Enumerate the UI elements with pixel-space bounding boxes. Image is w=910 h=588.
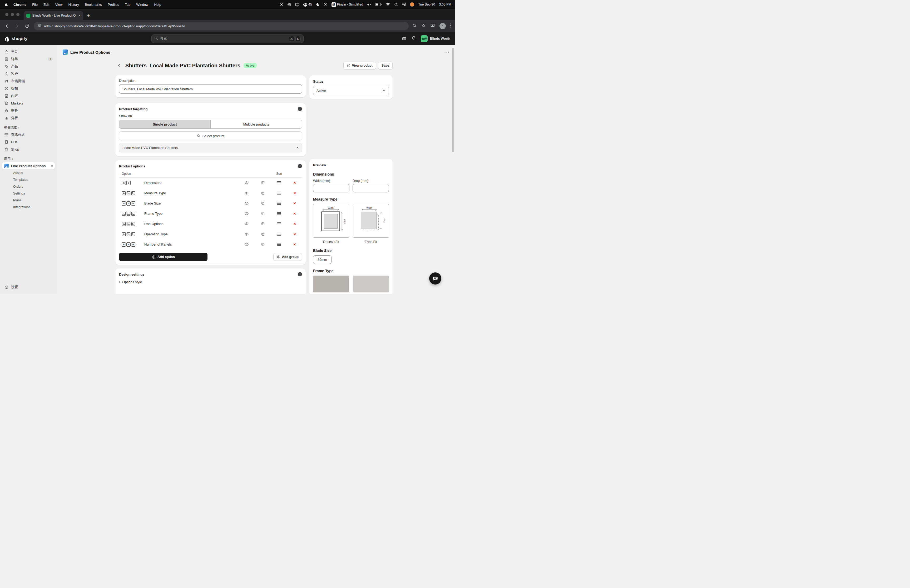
drag-handle-icon[interactable] [271,212,287,215]
drag-handle-icon[interactable] [271,233,287,236]
menubar-item-file[interactable]: File [32,3,38,6]
sidebar-item-markets[interactable]: Markets [2,100,55,107]
drag-handle-icon[interactable] [271,181,287,184]
sidebar-item-content[interactable]: 内容 [2,92,55,100]
tab-close-icon[interactable]: × [78,13,81,18]
admin-search-bar[interactable]: 搜索 ⌘ K [151,34,304,43]
sidebar-item-shop[interactable]: Shop [2,145,55,153]
status-select[interactable]: Active [313,86,389,95]
apple-menu-icon[interactable] [5,2,8,6]
browser-menu-icon[interactable] [450,23,451,29]
drag-handle-icon[interactable] [271,191,287,195]
window-minimize-button[interactable] [11,13,14,16]
menubar-item-tab[interactable]: Tab [125,3,130,6]
single-product-segment[interactable]: Single product [119,120,210,128]
visibility-eye-icon[interactable] [238,212,255,216]
info-icon[interactable]: i [298,164,302,168]
sidebar-item-online-store[interactable]: 在线商店 [2,131,55,138]
frame-type-image-1[interactable] [313,276,349,292]
sidebar-item-products[interactable]: 产品 [2,63,55,70]
duplicate-icon[interactable] [255,222,271,226]
visibility-eye-icon[interactable] [238,181,255,185]
mute-icon[interactable] [367,3,371,6]
app-more-menu-icon[interactable] [444,52,449,53]
delete-option-icon[interactable]: × [287,222,302,226]
duplicate-icon[interactable] [255,181,271,185]
sidebar-subitem-orders[interactable]: Orders [2,183,55,190]
save-button[interactable]: Save [378,61,393,69]
control-center-icon[interactable] [402,3,406,6]
visibility-eye-icon[interactable] [238,242,255,247]
view-product-button[interactable]: View product [343,61,376,69]
option-name-link[interactable]: Operation Type [144,232,238,236]
menubar-item-chrome[interactable]: Chrome [13,3,26,6]
delete-option-icon[interactable]: × [287,201,302,205]
sidebar-item-discounts[interactable]: 折扣 [2,85,55,92]
sidebar-item-finance[interactable]: 财务 [2,107,55,114]
option-name-link[interactable]: Rod Options [144,222,238,226]
sidebar-subitem-plans[interactable]: Plans [2,197,55,204]
sidebar-item-home[interactable]: 主页 [2,48,55,55]
option-name-link[interactable]: Dimensions [144,181,238,185]
visibility-eye-icon[interactable] [238,201,255,205]
send-to-device-icon[interactable] [430,23,435,29]
info-icon[interactable]: i [298,107,302,111]
menubar-item-history[interactable]: History [68,3,79,6]
drag-handle-icon[interactable] [271,243,287,246]
new-tab-button[interactable]: + [87,13,90,18]
battery-icon[interactable] [375,3,382,6]
visibility-eye-icon[interactable] [238,191,255,195]
drag-handle-icon[interactable] [271,222,287,226]
menubar-item-view[interactable]: View [55,3,62,6]
site-settings-icon[interactable] [37,24,41,28]
delete-option-icon[interactable]: × [287,191,302,195]
menubar-time[interactable]: 3:05 PM [439,3,451,6]
frame-type-image-2[interactable] [353,276,389,292]
menubar-item-bookmarks[interactable]: Bookmarks [85,3,102,6]
visibility-eye-icon[interactable] [238,232,255,236]
moon-icon[interactable] [316,3,320,6]
sidebar-item-live-product-options[interactable]: Live Product Options [2,162,55,170]
multiple-products-segment[interactable]: Multiple products [210,120,302,128]
back-arrow-icon[interactable] [115,62,123,69]
menubar-item-profiles[interactable]: Profiles [108,3,119,6]
menubar-date[interactable]: Tue Sep 30 [418,3,435,6]
sidebar-item-settings[interactable]: 设置 [2,283,55,291]
option-name-link[interactable]: Measure Type [144,191,238,195]
globe-icon[interactable] [287,3,291,6]
add-group-button[interactable]: Add group [273,253,302,261]
lens-search-icon[interactable] [412,23,417,29]
delete-option-icon[interactable]: × [287,181,302,185]
delete-option-icon[interactable]: × [287,212,302,216]
page-scrollbar[interactable] [452,48,454,152]
duplicate-icon[interactable] [255,191,271,195]
drag-handle-icon[interactable] [271,202,287,205]
whats-new-icon[interactable] [402,36,407,42]
add-option-button[interactable]: Add option [119,253,207,261]
sidebar-subitem-templates[interactable]: Templates [2,176,55,183]
menubar-item-help[interactable]: Help [154,3,162,6]
option-name-link[interactable]: Number of Panels [144,242,238,246]
reload-button[interactable] [24,24,30,28]
info-icon[interactable]: i [298,272,302,276]
forward-button[interactable] [14,24,20,28]
duplicate-icon[interactable] [255,201,271,205]
select-product-button[interactable]: Select product [119,131,302,140]
sidebar-item-marketing[interactable]: 市场营销 [2,78,55,85]
window-close-button[interactable] [5,13,8,16]
display-icon[interactable] [295,3,299,6]
search-icon[interactable] [394,3,398,6]
sidebar-item-customers[interactable]: 客户 [2,70,55,78]
drop-input[interactable] [352,184,389,192]
shopify-logo[interactable]: shopify [5,36,27,42]
record-icon[interactable] [280,3,283,6]
duplicate-icon[interactable] [255,212,271,216]
blade-size-option[interactable]: 89mm [313,255,331,264]
profile-avatar-icon[interactable] [440,23,446,29]
sidebar-subitem-assets[interactable]: Assets [2,170,55,176]
browser-tab[interactable]: Blinds Worth · Live Product O × [24,11,83,20]
visibility-eye-icon[interactable] [238,221,255,226]
window-zoom-button[interactable] [16,13,19,16]
sidebar-item-orders[interactable]: 订单 1 [2,55,55,63]
sidebar-item-pos[interactable]: POS [2,138,55,145]
